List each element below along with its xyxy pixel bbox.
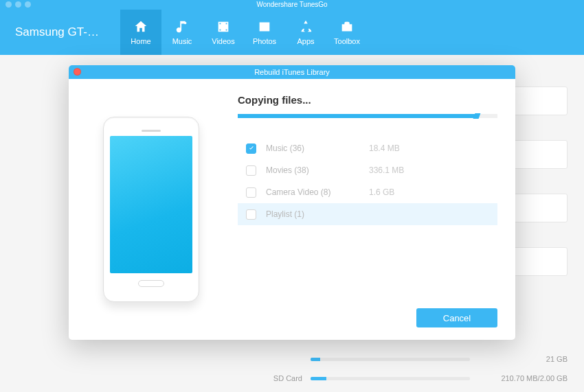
videos-icon [216,19,231,34]
tab-label: Toolbox [334,37,360,45]
checkbox[interactable] [246,209,256,220]
tab-label: Home [131,37,150,45]
tab-label: Videos [212,37,234,45]
cancel-button[interactable]: Cancel [416,308,497,327]
tab-photos[interactable]: Photos [244,10,285,55]
status-title: Copying files... [238,94,497,106]
modal-title: Rebuild iTunes Library [254,68,330,76]
file-size: 18.4 MB [369,143,400,153]
checkbox[interactable] [246,143,256,154]
window-control-close[interactable] [5,1,12,8]
file-row-camera-video[interactable]: Camera Video (8) 1.6 GB [238,181,497,203]
checkbox[interactable] [246,165,256,176]
device-name[interactable]: Samsung GT-N7... [0,25,120,39]
svg-point-1 [262,24,264,26]
phone-illustration [69,79,234,340]
apps-icon [298,19,313,34]
file-label: Music (36) [266,143,369,153]
storage-row-sdcard: SD Card 210.70 MB/2.00 GB [41,374,568,382]
home-icon [133,19,148,34]
tab-label: Apps [297,37,314,45]
storage-text: 210.70 MB/2.00 GB [478,374,568,382]
photos-icon [257,19,272,34]
file-size: 336.1 MB [369,165,404,175]
toolbox-icon [339,19,355,34]
progress-fill [238,114,477,118]
app-title: Wondershare TunesGo [256,1,327,8]
checkbox[interactable] [246,187,256,198]
file-label: Camera Video (8) [266,187,369,197]
window-control-max[interactable] [25,1,31,8]
music-icon [175,19,190,34]
storage-text: 21 GB [478,355,568,363]
file-size: 1.6 GB [369,187,394,197]
window-control-min[interactable] [15,1,21,8]
tab-videos[interactable]: Videos [203,10,244,55]
storage-bar [311,377,470,380]
svg-point-0 [184,22,187,25]
storage-label: SD Card [41,374,311,382]
storage-bar [311,358,470,361]
file-label: Movies (38) [266,165,369,175]
file-row-music[interactable]: Music (36) 18.4 MB [238,137,497,159]
modal-close-button[interactable] [74,68,81,76]
file-label: Playlist (1) [266,209,369,219]
app-titlebar: Wondershare TunesGo [0,0,584,10]
file-row-playlist[interactable]: Playlist (1) [238,203,497,225]
main-toolbar: Samsung GT-N7... Home Music Videos Photo… [0,10,584,55]
tab-toolbox[interactable]: Toolbox [326,10,368,55]
tab-label: Music [172,37,192,45]
file-row-movies[interactable]: Movies (38) 336.1 MB [238,159,497,181]
storage-row-internal: 21 GB [41,355,568,363]
tab-label: Photos [253,37,276,45]
modal-titlebar: Rebuild iTunes Library [69,65,515,79]
window-controls[interactable] [5,1,31,8]
tab-apps[interactable]: Apps [285,10,326,55]
tab-music[interactable]: Music [161,10,203,55]
progress-bar [238,114,497,118]
tab-home[interactable]: Home [120,10,161,55]
rebuild-itunes-modal: Rebuild iTunes Library Copying files... … [69,65,515,340]
